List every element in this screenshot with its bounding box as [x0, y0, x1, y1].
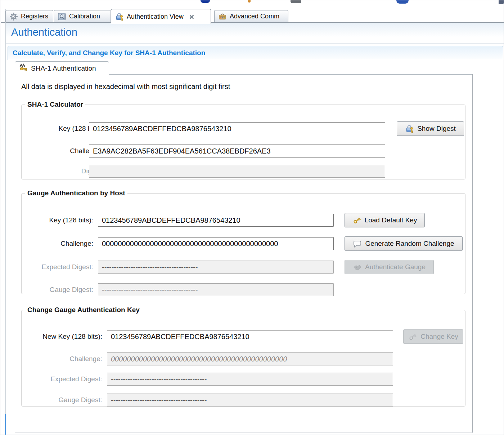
change-gauge-key-group: Change Gauge Authentication Key New Key … [21, 306, 465, 407]
host-expected-digest-output [98, 261, 334, 274]
show-digest-label: Show Digest [417, 125, 456, 133]
host-challenge-input[interactable] [98, 237, 334, 250]
handshake-icon [353, 263, 362, 272]
show-digest-button[interactable]: Show Digest [397, 121, 464, 136]
group-legend: SHA-1 Calculator [25, 101, 85, 108]
change-key-label: Change Key [420, 333, 458, 341]
host-gauge-digest-output [98, 283, 334, 296]
view-left-border [5, 9, 6, 435]
page-title: Authentication [6, 23, 504, 38]
tab-label: Registers [21, 13, 48, 20]
host-key-input[interactable] [98, 214, 334, 227]
load-default-key-label: Load Default Key [365, 216, 417, 224]
speech-bubble-icon [353, 239, 362, 248]
hex-note: All data is displayed in hexadecimal wit… [21, 83, 230, 91]
tab-label: Calibration [69, 13, 100, 20]
calculator-challenge-input[interactable] [89, 145, 385, 157]
expected-digest-label: Expected Digest: [28, 373, 102, 386]
gauge-authentication-group: Gauge Authentication by Host Key (128 bi… [21, 189, 465, 294]
authenticate-gauge-label: Authenticate Gauge [365, 263, 426, 271]
decorative-fragment [499, 0, 504, 4]
tab-registers[interactable]: Registers [5, 10, 53, 22]
change-challenge-output [107, 352, 393, 365]
generate-random-challenge-label: Generate Random Challenge [365, 240, 454, 248]
new-key-label: New Key (128 bits): [28, 330, 102, 343]
group-legend: Gauge Authentication by Host [25, 189, 127, 197]
view-header: Authentication [6, 23, 504, 44]
close-icon[interactable] [189, 14, 194, 20]
scrollbar-thumb[interactable] [5, 414, 6, 435]
tab-calibration[interactable]: Calibration [54, 10, 111, 22]
folder-border [109, 74, 472, 75]
folder-border [15, 74, 15, 433]
tab-advanced-comm[interactable]: Advanced Comm [214, 10, 288, 22]
change-key-button: Change Key [403, 329, 463, 344]
key-label: Key (128 bits): [28, 214, 93, 227]
new-key-input[interactable] [107, 330, 393, 343]
key-icon [352, 216, 361, 225]
challenge-label: Challenge: [28, 237, 93, 250]
calculator-key-input[interactable] [89, 122, 385, 135]
gauge-digest-label: Gauge Digest: [28, 394, 102, 407]
toolbox-icon [218, 12, 227, 21]
change-gauge-digest-output [107, 394, 393, 407]
key-icon [408, 332, 417, 341]
change-expected-digest-output [107, 373, 393, 386]
calibration-icon [58, 12, 66, 21]
subtab-label: SHA-1 Authentication [31, 65, 96, 72]
gear-icon [9, 12, 18, 21]
load-default-key-button[interactable]: Load Default Key [345, 213, 425, 227]
section-banner: Calculate, Verify, and Change Key for SH… [8, 46, 503, 60]
decorative-fragment [248, 0, 251, 3]
folder-border [15, 432, 473, 433]
sha1-calculator-group: SHA-1 Calculator Key (128 bits): Show Di… [21, 101, 465, 179]
tab-label: Authentication View [127, 13, 184, 21]
lock-key-icon [115, 12, 124, 21]
folder-border [472, 74, 473, 433]
application-window: Registers Calibration Authentication Vie… [0, 0, 504, 435]
group-legend: Change Gauge Authentication Key [25, 306, 142, 314]
decorative-fragment [396, 0, 409, 4]
generate-random-challenge-button[interactable]: Generate Random Challenge [345, 236, 463, 251]
decorative-fragment [201, 0, 210, 3]
gauge-digest-label: Gauge Digest: [28, 283, 93, 296]
expected-digest-label: Expected Digest: [28, 261, 93, 274]
tab-authentication-view[interactable]: Authentication View [111, 9, 211, 24]
lock-key-icon [405, 124, 414, 133]
section-banner-title: Calculate, Verify, and Change Key for SH… [8, 46, 503, 59]
authenticate-gauge-button: Authenticate Gauge [345, 260, 434, 274]
decorative-fragment [291, 0, 301, 3]
calculator-digest-output [89, 165, 385, 178]
tab-sha1-authentication[interactable]: SHA-1 Authentication [15, 61, 109, 75]
tab-label: Advanced Comm [230, 13, 279, 20]
challenge-label: Challenge: [28, 352, 102, 365]
key-icon [19, 63, 27, 73]
